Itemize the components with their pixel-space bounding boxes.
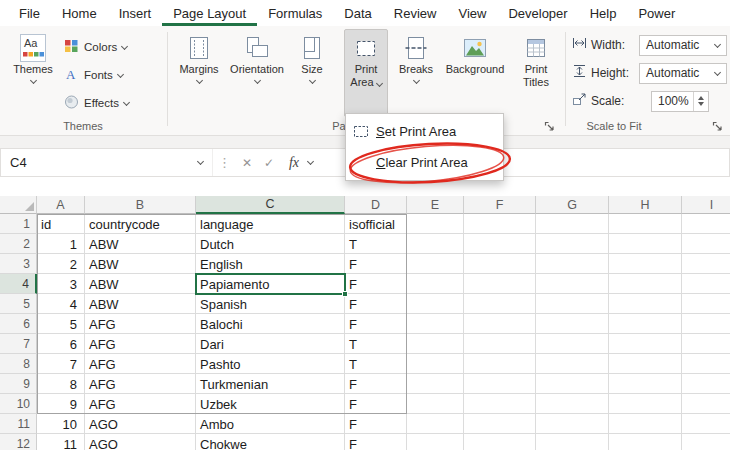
name-box[interactable]: C4 (1, 149, 213, 176)
column-header-I[interactable]: I (682, 196, 730, 214)
row-header-8[interactable]: 8 (0, 354, 37, 374)
cell-B10[interactable]: AFG (85, 394, 196, 414)
cell-I3[interactable] (682, 254, 730, 274)
cell-F4[interactable] (464, 274, 536, 294)
row-header-9[interactable]: 9 (0, 374, 37, 394)
cell-A3[interactable]: 2 (37, 254, 85, 274)
cell-D12[interactable]: F (345, 434, 407, 450)
select-all-button[interactable] (0, 196, 37, 214)
cell-I2[interactable] (682, 234, 730, 254)
cell-A7[interactable]: 6 (37, 334, 85, 354)
orientation-button[interactable]: Orientation (226, 29, 288, 117)
row-header-3[interactable]: 3 (0, 254, 37, 274)
cell-D9[interactable]: F (345, 374, 407, 394)
spinner-arrows[interactable] (693, 92, 708, 111)
cell-G4[interactable] (536, 274, 609, 294)
colors-button[interactable]: Colors (64, 36, 127, 58)
column-header-H[interactable]: H (609, 196, 682, 214)
cell-I7[interactable] (682, 334, 730, 354)
cell-H6[interactable] (609, 314, 682, 334)
cell-A10[interactable]: 9 (37, 394, 85, 414)
row-header-10[interactable]: 10 (0, 394, 37, 414)
cell-D2[interactable]: T (345, 234, 407, 254)
insert-function-icon[interactable]: fx (280, 155, 308, 171)
cell-I11[interactable] (682, 414, 730, 434)
background-button[interactable]: Background (440, 29, 510, 117)
menu-item-set-print-area[interactable]: Set Print Area (346, 116, 503, 147)
cell-C10[interactable]: Uzbek (196, 394, 345, 414)
tab-power[interactable]: Power (627, 0, 686, 26)
cell-D8[interactable]: T (345, 354, 407, 374)
cell-H8[interactable] (609, 354, 682, 374)
cell-D5[interactable]: F (345, 294, 407, 314)
cell-H11[interactable] (609, 414, 682, 434)
cell-F7[interactable] (464, 334, 536, 354)
menu-item-clear-print-area[interactable]: Clear Print Area (346, 147, 503, 178)
column-header-D[interactable]: D (345, 196, 407, 214)
cell-E9[interactable] (407, 374, 464, 394)
cell-D1[interactable]: isofficial (345, 214, 407, 234)
cell-F1[interactable] (464, 214, 536, 234)
cell-D7[interactable]: T (345, 334, 407, 354)
cell-I9[interactable] (682, 374, 730, 394)
cell-C8[interactable]: Pashto (196, 354, 345, 374)
cell-E1[interactable] (407, 214, 464, 234)
tab-file[interactable]: File (8, 0, 51, 26)
scale-to-fit-dialog-launcher-icon[interactable] (712, 118, 723, 136)
spin-up-icon[interactable] (698, 96, 704, 100)
cell-G2[interactable] (536, 234, 609, 254)
row-header-7[interactable]: 7 (0, 334, 37, 354)
size-button[interactable]: Size (292, 29, 332, 117)
row-header-4[interactable]: 4 (0, 274, 37, 294)
cell-I10[interactable] (682, 394, 730, 414)
cell-E10[interactable] (407, 394, 464, 414)
cell-H3[interactable] (609, 254, 682, 274)
cell-H5[interactable] (609, 294, 682, 314)
cell-H2[interactable] (609, 234, 682, 254)
cell-H4[interactable] (609, 274, 682, 294)
cell-A1[interactable]: id (37, 214, 85, 234)
cell-E3[interactable] (407, 254, 464, 274)
cell-A5[interactable]: 4 (37, 294, 85, 314)
cell-C4[interactable]: Papiamento (196, 274, 345, 294)
cell-B4[interactable]: ABW (85, 274, 196, 294)
cell-F2[interactable] (464, 234, 536, 254)
cell-G12[interactable] (536, 434, 609, 450)
cell-E12[interactable] (407, 434, 464, 450)
cell-B3[interactable]: ABW (85, 254, 196, 274)
column-header-F[interactable]: F (464, 196, 536, 214)
cell-B1[interactable]: countrycode (85, 214, 196, 234)
cell-A11[interactable]: 10 (37, 414, 85, 434)
print-titles-button[interactable]: Print Titles (514, 29, 558, 117)
cell-E2[interactable] (407, 234, 464, 254)
cell-H1[interactable] (609, 214, 682, 234)
tab-insert[interactable]: Insert (108, 0, 163, 26)
cell-C3[interactable]: English (196, 254, 345, 274)
column-header-B[interactable]: B (85, 196, 196, 214)
cell-H12[interactable] (609, 434, 682, 450)
row-header-5[interactable]: 5 (0, 294, 37, 314)
cell-I8[interactable] (682, 354, 730, 374)
tab-home[interactable]: Home (51, 0, 108, 26)
cell-C5[interactable]: Spanish (196, 294, 345, 314)
cell-B11[interactable]: AGO (85, 414, 196, 434)
cell-E5[interactable] (407, 294, 464, 314)
cell-C12[interactable]: Chokwe (196, 434, 345, 450)
scale-spinner[interactable]: 100% (651, 91, 709, 112)
cell-C1[interactable]: language (196, 214, 345, 234)
cell-H9[interactable] (609, 374, 682, 394)
cell-F5[interactable] (464, 294, 536, 314)
cell-C6[interactable]: Balochi (196, 314, 345, 334)
cell-B8[interactable]: AFG (85, 354, 196, 374)
cell-A6[interactable]: 5 (37, 314, 85, 334)
cell-A12[interactable]: 11 (37, 434, 85, 450)
margins-button[interactable]: Margins (176, 29, 222, 117)
width-select[interactable]: Automatic (639, 35, 727, 56)
page-setup-dialog-launcher-icon[interactable] (544, 118, 555, 136)
cell-C7[interactable]: Dari (196, 334, 345, 354)
tab-page-layout[interactable]: Page Layout (162, 0, 257, 26)
cell-E6[interactable] (407, 314, 464, 334)
cancel-icon[interactable]: ✕ (236, 156, 258, 170)
cell-G8[interactable] (536, 354, 609, 374)
cell-D3[interactable]: F (345, 254, 407, 274)
